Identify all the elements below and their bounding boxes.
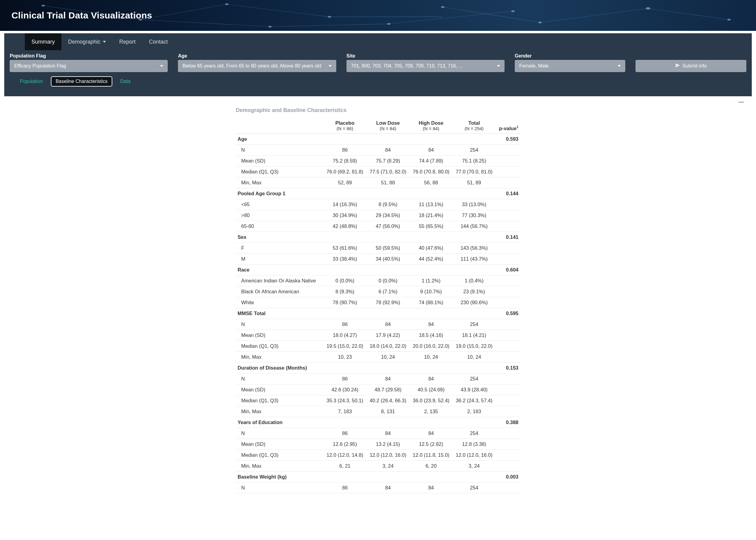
site-dropdown[interactable]: 701, 900, 703, 704, 705, 708, 709, 710, … xyxy=(346,60,505,72)
chevron-down-icon xyxy=(497,65,500,67)
table-row: N868484254 xyxy=(236,373,520,384)
main-navbar: SummaryDemographicReportContact xyxy=(4,33,752,50)
filter-label-age: Age xyxy=(178,53,336,59)
section-row: Duration of Disease (Months)0.153 xyxy=(236,363,520,373)
table-row: N868484254 xyxy=(236,145,520,156)
table-row: Median (Q1, Q3)76.0 (69.2, 81.8)77.5 (71… xyxy=(236,167,520,177)
svg-line-8 xyxy=(270,24,389,27)
section-row: Age0.593 xyxy=(236,134,520,145)
table-row: Mean (SD)42.6 (30.24)48.7 (29.58)40.5 (2… xyxy=(236,384,520,395)
population-flag-dropdown[interactable]: Efficacy Population Flag xyxy=(10,60,168,72)
table-row: Min, Max10, 2310, 2410, 2410, 24 xyxy=(236,352,520,363)
column-header: High Dose(N = 84) xyxy=(410,118,452,134)
section-row: Pooled Age Group 10.144 xyxy=(236,188,520,199)
table-row: 65-8042 (48.8%)47 (56.0%)55 (65.5%)144 (… xyxy=(236,221,520,232)
section-row: Sex0.141 xyxy=(236,232,520,243)
nav-summary[interactable]: Summary xyxy=(25,33,62,50)
table-row: M33 (38.4%)34 (40.5%)44 (52.4%)111 (43.7… xyxy=(236,254,520,265)
table-row: Mean (SD)18.0 (4.27)17.9 (4.22)18.5 (4.1… xyxy=(236,330,520,341)
page-title: Clinical Trial Data Visualizations xyxy=(0,0,756,21)
subtab-population[interactable]: Population xyxy=(15,76,48,86)
gender-value: Female, Male xyxy=(519,63,549,69)
column-header xyxy=(236,118,323,134)
table-row: <6514 (16.3%)8 (9.5%)11 (13.1%)33 (13.0%… xyxy=(236,199,520,210)
sub-tabs: PopulationBaseline CharacteristicsData xyxy=(10,72,746,89)
table-row: Median (Q1, Q3)19.5 (15.0, 22.0)18.0 (14… xyxy=(236,341,520,352)
gender-dropdown[interactable]: Female, Male xyxy=(515,60,626,72)
table-row: White78 (90.7%)78 (92.9%)74 (88.1%)230 (… xyxy=(236,297,520,308)
section-row: Years of Education0.388 xyxy=(236,417,520,428)
table-row: Min, Max52, 8951, 8856, 8851, 89 xyxy=(236,177,520,188)
age-dropdown[interactable]: Below 65 years old, From 65 to 80 years … xyxy=(178,60,336,72)
report-title: Demographic and Baseline Characteristics xyxy=(236,107,520,113)
svg-line-7 xyxy=(140,20,270,27)
section-row: MMSE Total0.595 xyxy=(236,308,520,319)
age-value: Below 65 years old, From 65 to 80 years … xyxy=(183,63,321,69)
table-row: F53 (61.6%)50 (59.5%)40 (47.6%)143 (56.3… xyxy=(236,243,520,254)
nav-report[interactable]: Report xyxy=(113,33,142,50)
section-row: Race0.604 xyxy=(236,265,520,275)
population-flag-value: Efficacy Population Flag xyxy=(14,63,66,69)
site-value: 701, 900, 703, 704, 705, 708, 709, 710, … xyxy=(351,63,463,69)
submit-button[interactable]: Submit info xyxy=(636,60,746,72)
filter-label-site: Site xyxy=(346,53,505,59)
chevron-down-icon xyxy=(329,65,332,67)
table-row: Mean (SD)12.6 (2.95)13.2 (4.15)12.5 (2.9… xyxy=(236,439,520,450)
table-row: N868484254 xyxy=(236,482,520,493)
table-row: N868484254 xyxy=(236,428,520,439)
table-row: Min, Max7, 1838, 1312, 1352, 183 xyxy=(236,406,520,417)
baseline-characteristics-table: Placebo(N = 86)Low Dose(N = 84)High Dose… xyxy=(236,118,520,493)
filter-label-population: Population Flag xyxy=(10,53,168,59)
filter-bar: Population Flag Efficacy Population Flag… xyxy=(4,50,752,96)
subtab-data[interactable]: Data xyxy=(115,76,135,86)
nav-contact[interactable]: Contact xyxy=(142,33,174,50)
column-header: p-value1 xyxy=(496,118,520,134)
nav-demographic[interactable]: Demographic xyxy=(62,33,113,50)
table-row: Median (Q1, Q3)12.0 (12.0, 14.8)12.0 (12… xyxy=(236,450,520,461)
table-row: Black Or African American8 (9.3%)6 (7.1%… xyxy=(236,286,520,297)
subtab-baseline-characteristics[interactable]: Baseline Characteristics xyxy=(51,76,113,86)
paper-plane-icon xyxy=(675,63,680,69)
header-banner: Clinical Trial Data Visualizations xyxy=(0,0,756,31)
column-header: Low Dose(N = 84) xyxy=(366,118,410,134)
table-row: Min, Max6, 213, 246, 203, 24 xyxy=(236,461,520,472)
table-row: Median (Q1, Q3)35.3 (24.3, 50.1)40.2 (26… xyxy=(236,395,520,406)
table-row: >8030 (34.9%)29 (34.5%)18 (21.4%)77 (30.… xyxy=(236,210,520,221)
report-card: Demographic and Baseline Characteristics… xyxy=(4,96,752,502)
chevron-down-icon xyxy=(618,65,621,67)
chevron-down-icon xyxy=(160,65,163,67)
filter-label-gender: Gender xyxy=(515,53,626,59)
svg-point-19 xyxy=(387,23,390,25)
submit-label: Submit info xyxy=(683,63,707,69)
column-header: Placebo(N = 86) xyxy=(323,118,366,134)
table-row: Mean (SD)75.2 (8.59)75.7 (8.29)74.4 (7.8… xyxy=(236,156,520,167)
table-row: American Indian Or Alaska Native0 (0.0%)… xyxy=(236,275,520,286)
chevron-down-icon xyxy=(103,41,106,43)
table-row: N868484254 xyxy=(236,319,520,330)
svg-point-18 xyxy=(268,26,272,28)
collapse-icon[interactable] xyxy=(738,102,744,103)
section-row: Baseline Weight (kg)0.003 xyxy=(236,472,520,482)
svg-point-15 xyxy=(538,22,542,23)
column-header: Total(N = 254) xyxy=(452,118,495,134)
